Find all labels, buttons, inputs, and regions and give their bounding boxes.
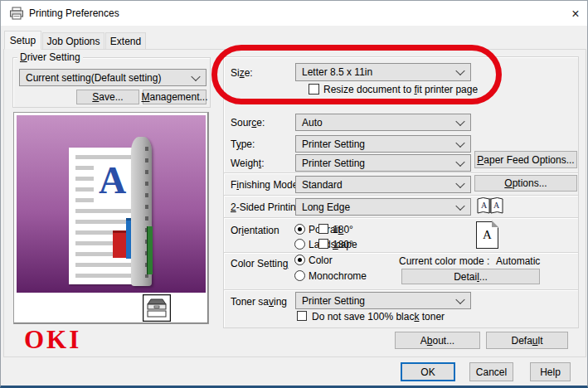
black-toner-checkbox[interactable] [297,311,307,321]
type-label: Type: [231,138,255,150]
current-color-mode-value: Automatic [496,255,540,267]
printer-icon [9,7,24,21]
rotate-portrait-label: 180° [333,224,353,235]
color-setting-label: Color Setting [231,258,288,269]
preview-letter: A [99,160,126,201]
default-button[interactable]: Default [486,332,568,349]
tab-extend[interactable]: Extend [105,32,146,50]
preview-red-bar [113,230,126,258]
weight-label: Weight: [231,158,264,169]
paper-feed-options-button[interactable]: Paper Feed Options... [474,151,577,168]
ok-button[interactable]: OK [401,362,455,381]
source-combobox[interactable]: Auto [295,114,471,131]
toner-saving-combobox[interactable]: Printer Setting [295,292,471,309]
driver-setting-combobox[interactable]: Current setting(Default setting) [19,69,207,86]
title-bar: Printing Preferences [1,1,587,26]
chevron-down-icon [455,178,464,187]
svg-text:A: A [481,201,488,210]
tab-job-options[interactable]: Job Options [42,32,104,50]
two-sided-label: 2-Sided Printing [231,201,301,213]
type-combobox[interactable]: Printer Setting [295,135,471,153]
tab-setup[interactable]: Setup [4,31,41,50]
chevron-down-icon [455,201,464,210]
paper-tray-icon [143,294,171,322]
window-title: Printing Preferences [29,7,119,19]
save-button[interactable]: Save... [76,90,139,104]
resize-checkbox-label: Resize document to fit printer page [323,84,478,95]
chevron-down-icon [191,71,200,80]
separator [224,217,578,219]
driver-setting-legend: Driver Setting [17,51,83,63]
detail-button[interactable]: Detail... [401,269,540,284]
close-icon[interactable]: × [566,5,586,23]
management-button[interactable]: Management... [143,90,207,104]
orientation-label: Orientation [231,225,279,236]
black-toner-checkbox-label: Do not save 100% black toner [312,311,445,323]
rotate-landscape-label: 180° [333,239,353,250]
finishing-mode-label: Finishing Mode [231,179,298,191]
separator [224,172,578,174]
preview-green-bar [147,226,153,274]
rotate-portrait-checkbox[interactable] [318,224,328,234]
color-radio-label: Color [309,255,333,266]
page-fold-icon [492,221,498,228]
separator [224,195,578,196]
source-label: Source: [231,117,265,129]
chevron-down-icon [455,66,464,75]
monochrome-radio[interactable] [294,270,305,281]
portrait-radio[interactable] [294,224,305,235]
weight-combobox[interactable]: Printer Setting [295,154,471,172]
about-button[interactable]: About... [395,332,480,349]
size-combobox[interactable]: Letter 8.5 x 11in [295,63,471,81]
options-button[interactable]: Options... [474,175,577,192]
landscape-radio[interactable] [294,239,305,250]
help-button[interactable]: Help [530,362,571,381]
color-radio[interactable] [294,255,305,265]
chevron-down-icon [455,294,464,303]
separator [224,289,578,291]
printing-preferences-dialog: Printing Preferences × Setup Job Options… [0,0,588,388]
separator [224,252,578,254]
chevron-down-icon [455,138,464,147]
current-color-mode-label: Current color mode : [399,255,489,267]
cancel-button[interactable]: Cancel [469,362,513,381]
duplex-book-icon: A A [476,196,504,216]
finishing-mode-combobox[interactable]: Standard [295,176,471,193]
svg-text:A: A [493,201,500,210]
two-sided-combobox[interactable]: Long Edge [295,198,471,216]
orientation-page-icon: A [476,221,498,249]
resize-checkbox[interactable] [309,84,319,95]
monochrome-radio-label: Monochrome [309,270,367,282]
chevron-down-icon [455,116,464,125]
rotate-landscape-checkbox[interactable] [318,239,328,249]
oki-logo: OKI [24,327,81,352]
chevron-down-icon [455,157,464,166]
size-label: Size: [231,67,253,79]
toner-saving-label: Toner saving [231,296,287,308]
